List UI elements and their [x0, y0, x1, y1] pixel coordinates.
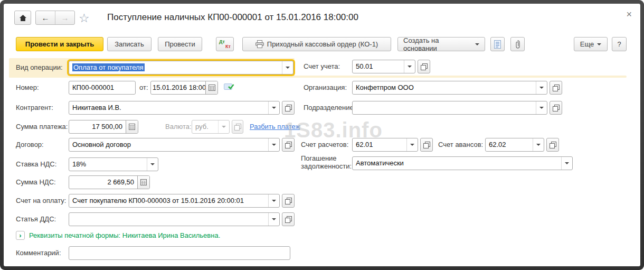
settlement-account-value: 62.01 [353, 138, 406, 151]
currency-field: руб. [192, 120, 230, 134]
window-frame: ← → ☆ Поступление наличных КП00-000001 о… [0, 0, 644, 270]
organization-field[interactable]: Конфетпром ООО [352, 81, 547, 95]
operation-type-label: Вид операции: [16, 61, 63, 75]
open-icon [234, 124, 241, 131]
print-cash-order-label: Приходный кассовый ордер (КО-1) [267, 40, 378, 48]
create-on-basis-button[interactable]: Создать на основании [397, 37, 485, 51]
debt-repayment-dropdown-button[interactable] [561, 157, 572, 170]
advance-account-dropdown-button[interactable] [533, 138, 544, 151]
payment-invoice-open-button[interactable] [282, 194, 295, 208]
calendar-button[interactable] [205, 81, 217, 94]
cash-flow-item-value [69, 213, 268, 226]
print-form-details-group[interactable]: Реквизиты печатной формы: Никитаева Ирин… [29, 231, 220, 240]
split-payment-link[interactable]: Разбить платеж [250, 120, 300, 134]
date-field[interactable]: 15.01.2016 18:00:00 [150, 81, 218, 95]
payment-invoice-label: Счет на оплату: [16, 194, 66, 208]
contract-dropdown-button[interactable] [268, 138, 279, 151]
forward-arrow-icon: → [61, 13, 69, 22]
posted-status-icon [223, 82, 234, 91]
chevron-down-icon [272, 144, 276, 146]
document-icon [494, 40, 501, 49]
back-button[interactable]: ← [36, 11, 55, 24]
accounting-account-field[interactable]: 50.01 [352, 60, 415, 73]
chevron-down-icon [150, 163, 155, 165]
payment-invoice-field[interactable]: Счет покупателю КП00-000003 от 15.01.201… [69, 194, 280, 208]
advance-account-open-button[interactable] [546, 138, 559, 152]
cash-flow-item-field[interactable] [69, 212, 280, 226]
print-cash-order-button[interactable]: Приходный кассовый ордер (КО-1) [242, 37, 391, 51]
number-field[interactable]: КП00-000001 [69, 81, 136, 95]
vat-calculator-button[interactable] [137, 176, 149, 189]
kt-label: Кт [225, 44, 231, 49]
settlement-account-open-button[interactable] [420, 138, 433, 152]
accounting-account-open-button[interactable] [418, 60, 430, 73]
debt-repayment-value: Автоматически [353, 157, 561, 170]
chevron-down-icon [408, 66, 412, 68]
advance-account-value: 62.02 [486, 138, 533, 151]
vat-rate-dropdown-button[interactable] [147, 158, 158, 171]
advance-account-field[interactable]: 62.02 [485, 138, 544, 152]
close-icon[interactable]: × [626, 10, 632, 19]
counterparty-field[interactable]: Никитаева И.В. [69, 101, 280, 115]
write-button[interactable]: Записать [107, 37, 151, 51]
chevron-down-icon [272, 200, 276, 202]
vat-rate-label: Ставка НДС: [16, 157, 56, 171]
chevron-down-icon [286, 67, 290, 69]
comment-field[interactable] [69, 246, 290, 260]
accounting-account-label: Счет учета: [304, 60, 340, 73]
help-button[interactable]: ? [612, 37, 627, 51]
settlement-account-dropdown-button[interactable] [406, 138, 418, 151]
amount-calculator-button[interactable] [126, 120, 138, 133]
vat-rate-value: 18% [69, 158, 147, 171]
currency-dropdown-button [218, 120, 229, 133]
post-button[interactable]: Провести [158, 37, 202, 51]
chevron-down-icon [222, 126, 226, 128]
contract-field[interactable]: Основной договор [69, 138, 280, 152]
cash-flow-item-dropdown-button[interactable] [268, 213, 279, 226]
chevron-down-icon [536, 144, 541, 146]
report-button[interactable] [490, 37, 505, 51]
vat-rate-field[interactable]: 18% [69, 157, 158, 171]
number-label: Номер: [16, 81, 39, 95]
contract-open-button[interactable] [282, 138, 295, 152]
payment-amount-field[interactable]: 17 500,00 [69, 120, 138, 134]
cash-flow-item-open-button[interactable] [282, 212, 295, 226]
department-field[interactable] [352, 101, 547, 115]
debt-repayment-field[interactable]: Автоматически [352, 156, 573, 170]
write-label: Записать [115, 40, 144, 48]
printer-icon [255, 40, 264, 48]
settlement-account-field[interactable]: 62.01 [352, 138, 418, 152]
counterparty-dropdown-button[interactable] [268, 101, 279, 114]
open-icon [421, 63, 428, 70]
open-icon [285, 198, 292, 204]
forward-button[interactable]: → [55, 11, 74, 24]
accounting-account-dropdown-button[interactable] [404, 60, 415, 73]
operation-type-dropdown-button[interactable] [282, 61, 293, 74]
more-button[interactable]: Еще [574, 37, 608, 51]
home-button[interactable] [14, 11, 31, 25]
post-label: Провести [165, 40, 195, 48]
post-and-close-button[interactable]: Провести и закрыть [16, 37, 103, 51]
calculator-icon [129, 124, 135, 130]
form-window: ← → ☆ Поступление наличных КП00-000001 о… [4, 4, 640, 266]
vat-amount-field[interactable]: 2 669,50 [69, 175, 150, 189]
dtkt-button[interactable]: Дт Кт [216, 37, 234, 51]
payment-invoice-dropdown-button[interactable] [268, 194, 279, 207]
counterparty-open-button[interactable] [282, 101, 295, 115]
department-dropdown-button[interactable] [536, 101, 547, 114]
operation-type-value: Оплата от покупателя [69, 61, 282, 74]
organization-dropdown-button[interactable] [536, 81, 547, 94]
open-icon [550, 142, 556, 148]
organization-open-button[interactable] [550, 81, 562, 95]
currency-value: руб. [192, 120, 218, 133]
operation-type-field[interactable]: Оплата от покупателя [69, 61, 293, 75]
cash-flow-item-label: Статья ДДС: [16, 212, 56, 226]
expand-group-button[interactable]: › [16, 231, 25, 240]
chevron-down-icon [272, 218, 276, 220]
advance-account-label: Счет авансов: [438, 138, 483, 152]
attachments-button[interactable] [510, 37, 525, 51]
department-open-button[interactable] [550, 101, 562, 115]
open-icon [285, 105, 292, 111]
favorite-star-icon[interactable]: ☆ [79, 11, 90, 25]
paperclip-icon [515, 40, 520, 49]
